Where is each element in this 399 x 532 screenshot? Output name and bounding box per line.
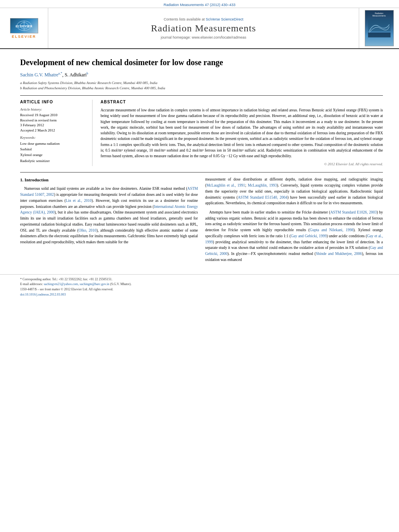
elsevier-text: ELSEVIER [12, 35, 36, 39]
revised-date: 3 February 2012 [20, 123, 86, 128]
keywords-label: Keywords: [20, 136, 86, 140]
revised-label: Received in revised form [20, 118, 86, 123]
paper-footer: * Corresponding author. Tel.: +91 22 559… [0, 274, 399, 300]
journal-reference: Radiation Measurements 47 (2012) 430–433 [164, 3, 236, 7]
journal-title-banner: Radiation Measurements [151, 23, 256, 34]
ref-astm-e51540[interactable]: ASTM Standard E51540, 2004 [238, 195, 287, 199]
journal-ref-bar: Radiation Measurements 47 (2012) 430–433 [0, 0, 399, 8]
email-name: (S.G.V. Mhatre). [110, 282, 132, 286]
ref-astm-51607[interactable]: ASTM Standard 51607, 2002 [20, 187, 198, 197]
ref-shinde-2006[interactable]: Shinde and Mukherjee, 2006 [316, 252, 362, 256]
keyword-2: Sorbitol [20, 146, 86, 152]
history-label: Article history: [20, 107, 86, 111]
accepted-date: Accepted 2 March 2012 [20, 128, 86, 133]
svg-rect-7 [368, 33, 391, 37]
article-info-abstract-section: ARTICLE INFO Article history: Received 1… [20, 95, 383, 166]
journal-cover-thumbnail: RadiationMeasurements [365, 10, 394, 46]
intro-heading: 1. Introduction [20, 177, 198, 183]
ref-mclaughlin-1993[interactable]: McLaughlin, 1993 [248, 183, 277, 187]
journal-homepage: journal homepage: www.elsevier.com/locat… [161, 35, 247, 39]
sciverse-line: Contents lists available at SciVerse Sci… [164, 17, 243, 21]
email2-link[interactable]: sachingm@barc.gov.in [80, 282, 109, 286]
keywords-list: Low dose gamma radiation Sorbitol Xyleno… [20, 141, 86, 164]
cover-title-text: RadiationMeasurements [372, 12, 386, 17]
body-two-columns: 1. Introduction Numerous solid and liqui… [20, 177, 383, 266]
body-col2-para1: measurement of dose distributions at dif… [205, 177, 383, 206]
author2-name: , S. Adhikari [62, 72, 87, 78]
doi-line: doi:10.1016/j.radmeas.2012.03.003 [20, 292, 383, 298]
corresponding-author-note: * Corresponding author. Tel.: +91 22 559… [20, 277, 112, 281]
paper-content: Development of new chemical dosimeter fo… [0, 49, 399, 274]
authors-line: Sachin G.V. Mhatrea,*, S. Adhikarib [20, 72, 383, 78]
author1-sup: a,* [58, 72, 62, 75]
email-line: E-mail addresses: sachingvm21@yahoo.com,… [20, 282, 383, 287]
body-left-col: 1. Introduction Numerous solid and liqui… [20, 177, 198, 266]
body-col1-para1: Numerous solid and liquid systems are av… [20, 186, 198, 245]
abstract-text: Accurate measurement of low dose radiati… [101, 107, 383, 159]
elsevier-logo: ELSEVIER ELSEVIER [10, 18, 38, 39]
affiliation-a: a Radiation Safety Systems Division, Bha… [20, 80, 383, 86]
elsevier-logo-area: ELSEVIER ELSEVIER [0, 8, 48, 48]
paper-title: Development of new chemical dosimeter fo… [20, 57, 383, 68]
ref-gupta-1998[interactable]: Gupta and Nilekani, 1998 [310, 228, 353, 232]
elsevier-logo-image: ELSEVIER [10, 18, 38, 33]
ref-astm-e1026[interactable]: ASTM Standard E1026, 2003 [330, 210, 376, 214]
author1-name: Sachin G.V. Mhatre [20, 72, 58, 78]
sciverse-link[interactable]: SciVerse ScienceDirect [206, 17, 244, 21]
body-right-col: measurement of dose distributions at dif… [205, 177, 383, 266]
affiliation-b: b Radiation and Photochemistry Division,… [20, 86, 383, 91]
author2-sup: b [86, 72, 88, 75]
article-info-panel: ARTICLE INFO Article history: Received 1… [20, 100, 93, 166]
abstract-label: ABSTRACT [101, 100, 383, 104]
journal-banner: ELSEVIER ELSEVIER Contents lists availab… [0, 8, 399, 49]
body-col2-para2: Attempts have been made in earlier studi… [205, 210, 383, 263]
copyright-line: © 2012 Elsevier Ltd. All rights reserved… [101, 162, 383, 166]
abstract-panel: ABSTRACT Accurate measurement of low dos… [101, 100, 383, 166]
journal-cover-area: RadiationMeasurements [359, 8, 399, 48]
affiliations: a Radiation Safety Systems Division, Bha… [20, 80, 383, 90]
keyword-3: Xylenol orange [20, 152, 86, 158]
ref-lin-2010[interactable]: Lin et al., 2010 [66, 199, 91, 203]
body-divider [20, 172, 383, 173]
corresponding-note: * Corresponding author. Tel.: +91 22 559… [20, 277, 383, 282]
ref-olko-2010[interactable]: Olko, 2010 [78, 228, 96, 232]
svg-text:ELSEVIER: ELSEVIER [15, 25, 33, 28]
received-date: Received 19 August 2010 [20, 113, 86, 118]
ref-mclaughlin-1991[interactable]: McLaughlin et al., 1991 [206, 183, 245, 187]
ref-iaea-2000[interactable]: International Atomic Energy Agency (IAEA… [20, 205, 198, 215]
keyword-4: Radiolytic sensitizer [20, 158, 86, 164]
keyword-1: Low dose gamma radiation [20, 141, 86, 146]
email1-link[interactable]: sachingvm21@yahoo.com, [44, 282, 79, 286]
email-label: E-mail addresses: [20, 282, 43, 286]
issn-line: 1350-4487/$ – see front matter © 2012 El… [20, 287, 383, 292]
doi-link[interactable]: doi:10.1016/j.radmeas.2012.03.003 [20, 293, 66, 296]
ref-gay-1999a[interactable]: Gay and Gebicki, 1999 [291, 234, 327, 238]
contents-available-text: Contents lists available at [164, 17, 205, 21]
banner-center: Contents lists available at SciVerse Sci… [48, 8, 359, 48]
article-info-label: ARTICLE INFO [20, 100, 86, 104]
